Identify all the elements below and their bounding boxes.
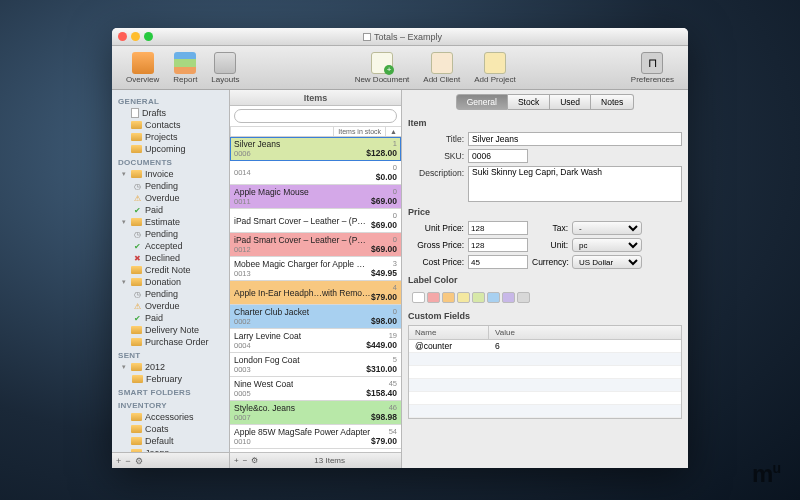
sidebar-item[interactable]: Accessories [112,411,229,423]
sidebar-item[interactable]: Projects [112,131,229,143]
sidebar-item[interactable]: Contacts [112,119,229,131]
tab-used[interactable]: Used [550,94,591,110]
color-swatch[interactable] [487,292,500,303]
sidebar-item[interactable]: Upcoming [112,143,229,155]
sidebar-subitem[interactable]: ✔Accepted [112,240,229,252]
sidebar-add-button[interactable]: + [116,456,121,466]
pending-icon: ◷ [132,229,142,239]
item-name: Apple Magic Mouse [234,187,309,197]
description-field[interactable]: Suki Skinny Leg Capri, Dark Wash [468,166,682,202]
sidebar-section-head: GENERAL [112,94,229,107]
add-project-button[interactable]: Add Project [468,50,521,86]
add-client-icon [431,52,453,74]
sidebar-item[interactable]: Purchase Order [112,336,229,348]
custom-field-row[interactable] [409,379,681,392]
sidebar-subitem[interactable]: ◷Pending [112,228,229,240]
add-client-button[interactable]: Add Client [417,50,466,86]
sidebar-subitem[interactable]: ◷Pending [112,180,229,192]
custom-field-row[interactable] [409,353,681,366]
sidebar-remove-button[interactable]: − [125,456,130,466]
currency-select[interactable]: US Dollar [572,255,642,269]
item-row[interactable]: Silver Jeans00061$128.00 [230,137,401,161]
report-button[interactable]: Report [167,50,203,86]
sidebar-item[interactable]: ▾Estimate [112,216,229,228]
custom-field-row[interactable] [409,392,681,405]
item-stock: 54 [389,427,397,436]
item-row[interactable]: Style&co. Jeans000746$98.98 [230,401,401,425]
sidebar-item[interactable]: Default [112,435,229,447]
custom-field-row[interactable] [409,366,681,379]
gross-price-field[interactable] [468,238,528,252]
unit-price-field[interactable] [468,221,528,235]
zoom-icon[interactable] [144,32,153,41]
color-swatch[interactable] [457,292,470,303]
item-stock: 0 [393,211,397,220]
color-swatch[interactable] [442,292,455,303]
accepted-icon: ✔ [132,241,142,251]
disclosure-icon[interactable]: ▾ [122,218,128,226]
tab-notes[interactable]: Notes [591,94,634,110]
sidebar-subitem[interactable]: ✔Paid [112,312,229,324]
custom-field-row[interactable] [409,405,681,418]
item-name: Apple In-Ear Headph…with Remote and Mic [234,288,371,298]
overview-icon [132,52,154,74]
item-row[interactable]: Mobee Magic Charger for Apple Magic Mous… [230,257,401,281]
preferences-button[interactable]: ⊓Preferences [625,50,680,86]
new-document-button[interactable]: New Document [349,50,416,86]
item-row[interactable]: Charter Club Jacket00020$98.00 [230,305,401,329]
unit-select[interactable]: pc [572,238,642,252]
item-row[interactable]: 00140$0.00 [230,161,401,185]
sidebar-item[interactable]: Credit Note [112,264,229,276]
sidebar-subitem[interactable]: ✔Paid [112,204,229,216]
search-input[interactable] [234,109,397,123]
sidebar-subitem[interactable]: ⚠Overdue [112,192,229,204]
color-swatch[interactable] [472,292,485,303]
disclosure-icon[interactable]: ▾ [122,363,128,371]
item-row[interactable]: Apple In-Ear Headph…with Remote and Mic4… [230,281,401,305]
item-row[interactable]: Apple Magic Mouse00110$69.00 [230,185,401,209]
item-row[interactable]: iPad Smart Cover – Leather – (PRODUCT) R… [230,209,401,233]
items-add-button[interactable]: + [234,456,239,465]
disclosure-icon[interactable]: ▾ [122,278,128,286]
disclosure-icon[interactable]: ▾ [122,170,128,178]
items-columns[interactable]: Items in stock ▲ [230,127,401,137]
title-field[interactable] [468,132,682,146]
item-row[interactable]: Larry Levine Coat000419$449.00 [230,329,401,353]
item-row[interactable]: London Fog Coat00035$310.00 [230,353,401,377]
folder-icon [132,375,143,383]
item-row[interactable]: iPad Smart Cover – Leather – (PRODUCT) R… [230,233,401,257]
sidebar-item[interactable]: ▾Donation [112,276,229,288]
item-row[interactable]: Apple 85W MagSafe Power Adapter001054$79… [230,425,401,449]
sidebar-item[interactable]: ▾2012 [112,361,229,373]
minimize-icon[interactable] [131,32,140,41]
sidebar-subitem[interactable]: ◷Pending [112,288,229,300]
sidebar-subitem[interactable]: ⚠Overdue [112,300,229,312]
color-swatch[interactable] [502,292,515,303]
item-row[interactable]: Nine West Coat000545$158.40 [230,377,401,401]
color-swatch[interactable] [517,292,530,303]
color-swatch[interactable] [427,292,440,303]
sidebar-item[interactable]: ▾Invoice [112,168,229,180]
sidebar-item[interactable]: Delivery Note [112,324,229,336]
sidebar-item[interactable]: Drafts [112,107,229,119]
sidebar-subitem[interactable]: February [112,373,229,385]
tab-general[interactable]: General [456,94,508,110]
layouts-button[interactable]: Layouts [205,50,245,86]
items-remove-button[interactable]: − [243,456,248,465]
overview-button[interactable]: Overview [120,50,165,86]
tax-select[interactable]: - [572,221,642,235]
sidebar-item[interactable]: Coats [112,423,229,435]
color-swatch[interactable] [412,292,425,303]
sidebar-gear-button[interactable]: ⚙ [135,456,143,466]
titlebar: Totals – Examply [112,28,688,46]
tab-stock[interactable]: Stock [508,94,550,110]
item-stock: 45 [389,379,397,388]
close-icon[interactable] [118,32,127,41]
items-gear-button[interactable]: ⚙ [251,456,258,465]
toolbar: Overview Report Layouts New Document Add… [112,46,688,90]
custom-field-row[interactable]: @counter6 [409,340,681,353]
cost-price-field[interactable] [468,255,528,269]
sku-field[interactable] [468,149,528,163]
sidebar-subitem[interactable]: ✖Declined [112,252,229,264]
sidebar-footer: + − ⚙ [112,452,229,468]
